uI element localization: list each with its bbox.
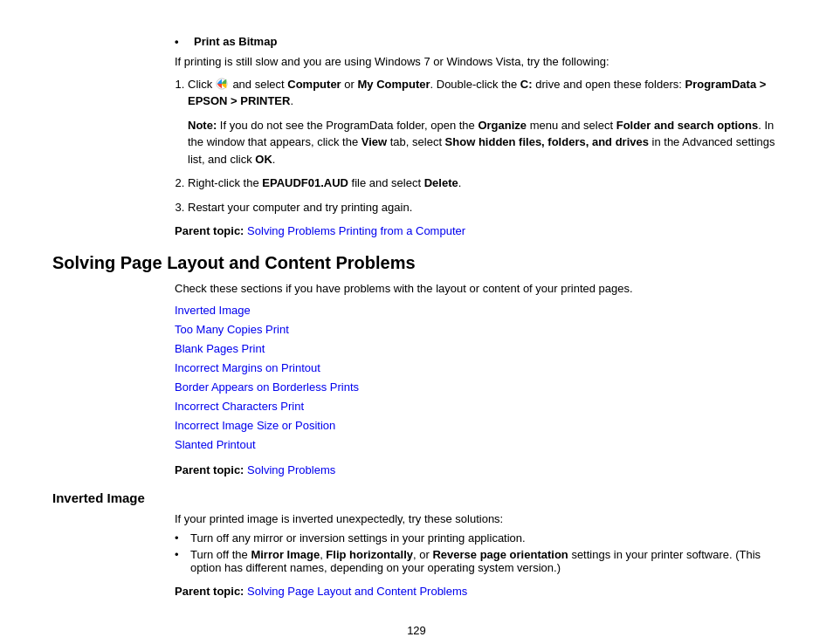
print-as-bitmap-item: • Print as Bitmap [175,35,781,48]
inverted-bullet-1-text: Turn off any mirror or inversion setting… [190,531,526,545]
link-too-many-copies[interactable]: Too Many Copies Print [175,320,781,339]
step-2: Right-click the EPAUDF01.AUD file and se… [188,175,781,192]
step-1-note: Note: If you do not see the ProgramData … [188,117,781,168]
link-blank-pages[interactable]: Blank Pages Print [175,339,781,359]
parent-topic-2: Parent topic: Solving Problems [175,463,781,476]
parent-topic-1-label: Parent topic: [175,224,244,237]
windows-warning: If printing is still slow and you are us… [175,53,781,71]
inverted-image-heading: Inverted Image [52,490,781,505]
section-links-list: Inverted Image Too Many Copies Print Bla… [175,301,781,456]
bullet-dot-1: • [175,531,190,545]
link-slanted-printout[interactable]: Slanted Printout [175,435,781,455]
parent-topic-3-label: Parent topic: [175,585,244,598]
inverted-bullets: • Turn off any mirror or inversion setti… [175,531,781,574]
parent-topic-1: Parent topic: Solving Problems Printing … [175,224,781,237]
bullet-dot-2: • [175,548,190,561]
bullet-symbol: • [175,35,194,48]
parent-topic-3-link[interactable]: Solving Page Layout and Content Problems [247,585,467,598]
inverted-bullet-1: • Turn off any mirror or inversion setti… [175,531,781,545]
step-1: Click and select Computer or My Computer… [188,76,781,168]
print-as-bitmap-label: Print as Bitmap [194,35,277,48]
note-text: If you do not see the ProgramData folder… [188,119,774,166]
section-heading: Solving Page Layout and Content Problems [52,253,781,273]
link-incorrect-margins[interactable]: Incorrect Margins on Printout [175,359,781,378]
link-incorrect-characters[interactable]: Incorrect Characters Print [175,397,781,416]
step-1-text: Click and select Computer or My Computer… [188,78,766,108]
parent-topic-3: Parent topic: Solving Page Layout and Co… [175,585,781,598]
link-border-borderless[interactable]: Border Appears on Borderless Prints [175,378,781,397]
page: • Print as Bitmap If printing is still s… [0,0,833,644]
steps-list: Click and select Computer or My Computer… [188,76,781,216]
section-intro: Check these sections if you have problem… [175,280,781,298]
step-3: Restart your computer and try printing a… [188,199,781,216]
link-inverted-image[interactable]: Inverted Image [175,301,781,320]
inverted-bullet-2-text: Turn off the Mirror Image, Flip horizont… [190,548,781,574]
inverted-bullet-2: • Turn off the Mirror Image, Flip horizo… [175,548,781,574]
print-as-bitmap-text: Print as Bitmap [194,35,277,48]
windows-icon [216,78,228,90]
parent-topic-1-link[interactable]: Solving Problems Printing from a Compute… [247,224,465,237]
page-number: 129 [52,624,781,637]
link-incorrect-image-size[interactable]: Incorrect Image Size or Position [175,416,781,435]
parent-topic-2-label: Parent topic: [175,463,244,476]
note-label: Note: [188,119,217,132]
inverted-intro: If your printed image is inverted unexpe… [175,510,781,528]
parent-topic-2-link[interactable]: Solving Problems [247,463,335,476]
